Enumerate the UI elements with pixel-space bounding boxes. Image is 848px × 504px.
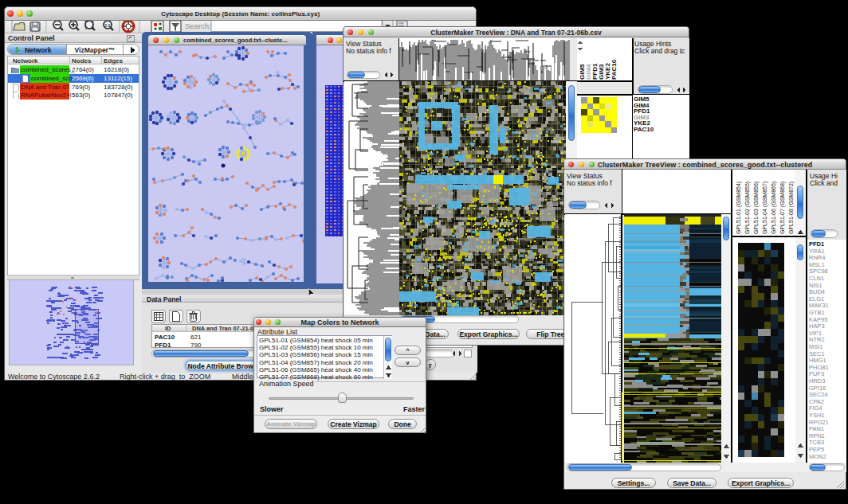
- svg-text:1:1: 1:1: [104, 23, 110, 28]
- svg-text:Search:: Search:: [185, 21, 211, 30]
